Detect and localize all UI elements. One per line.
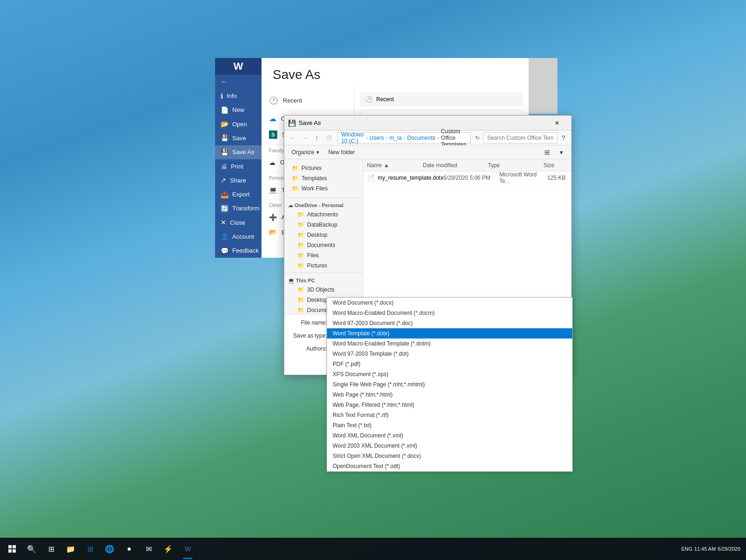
dropdown-label-rtf: Rich Text Format (*.rtf) bbox=[333, 412, 388, 418]
nav-files[interactable]: 📁 Files bbox=[284, 250, 363, 260]
taskbar-mail[interactable]: ✉ bbox=[139, 539, 158, 559]
dropdown-item-pdf[interactable]: PDF (*.pdf) bbox=[327, 359, 572, 369]
sidebar-item-info[interactable]: ℹ Info bbox=[215, 89, 262, 103]
new-folder-button[interactable]: New folder bbox=[325, 148, 359, 157]
sidebar-item-account[interactable]: 👤 Account bbox=[215, 229, 262, 243]
forward-button[interactable]: → bbox=[298, 131, 310, 144]
dropdown-item-htm[interactable]: Web Page (*.htm;*.html) bbox=[327, 390, 572, 400]
recent-section-header: 🕐 Recent bbox=[360, 92, 523, 106]
taskbar-windows-store[interactable]: ⊞ bbox=[81, 539, 99, 559]
organize-button[interactable]: Organize ▾ bbox=[288, 148, 323, 157]
dialog-content: 📁 Pictures 📁 Templates 📁 Work Files ☁ On… bbox=[284, 159, 571, 314]
dropdown-item-dotx[interactable]: Word Template (*.dotx) bbox=[327, 328, 572, 339]
nav-documents-od[interactable]: 📁 Documents bbox=[284, 240, 363, 250]
sidebar-item-close[interactable]: ✕ Close bbox=[215, 215, 262, 229]
sidebar-item-back[interactable]: ← bbox=[215, 75, 262, 89]
dropdown-item-docm[interactable]: Word Macro-Enabled Document (*.docm) bbox=[327, 308, 572, 318]
back-icon: ← bbox=[221, 78, 227, 85]
col-name[interactable]: Name ▲ bbox=[363, 162, 423, 169]
nav-desktop-od[interactable]: 📁 Desktop bbox=[284, 230, 363, 240]
taskbar-file-explorer[interactable]: 📁 bbox=[61, 539, 80, 559]
col-size[interactable]: Size bbox=[543, 162, 571, 169]
search-input[interactable] bbox=[483, 132, 557, 143]
sidebar-item-print[interactable]: 🖨 Print bbox=[215, 159, 262, 173]
dropdown-item-docx-strict[interactable]: Strict Open XML Document (*.docx) bbox=[327, 451, 572, 461]
sidebar-item-new[interactable]: 📄 New bbox=[215, 103, 262, 117]
onedrive-icon: ☁ bbox=[269, 114, 276, 123]
dropdown-item-mhtml[interactable]: Single File Web Page (*.mht;*.mhtml) bbox=[327, 379, 572, 390]
nav-pictures-od-label: Pictures bbox=[307, 262, 327, 269]
dialog-title: Save As bbox=[299, 119, 546, 126]
taskbar-word[interactable]: W bbox=[178, 539, 197, 559]
dropdown-item-rtf[interactable]: Rich Text Format (*.rtf) bbox=[327, 410, 572, 420]
taskbar-search[interactable]: 🔍 bbox=[22, 539, 41, 559]
taskbar-icons: 🔍 ⊞ 📁 ⊞ 🌐 ● ✉ ⚡ W bbox=[22, 539, 681, 559]
dropdown-label-htm-filtered: Web Page, Filtered (*.htm;*.html) bbox=[333, 402, 414, 408]
up-button[interactable]: ↑ bbox=[311, 131, 323, 144]
sidebar-item-open[interactable]: 📂 Open bbox=[215, 117, 262, 131]
sidebar-item-transform[interactable]: 🔄 Transform bbox=[215, 202, 262, 215]
taskbar-powershell[interactable]: ⚡ bbox=[159, 539, 177, 559]
open-label: Open bbox=[232, 121, 247, 128]
nav-pictures-od[interactable]: 📁 Pictures bbox=[284, 260, 363, 271]
info-icon: ℹ bbox=[221, 92, 223, 100]
nav-pictures[interactable]: 📁 Pictures bbox=[284, 163, 363, 173]
dropdown-item-xps[interactable]: XPS Document (*.xps) bbox=[327, 369, 572, 379]
dropdown-item-odt[interactable]: OpenDocument Text (*.odt) bbox=[327, 461, 572, 471]
saveas-recent-item[interactable]: 🕐 Recent bbox=[262, 92, 354, 109]
nav-files-label: Files bbox=[307, 252, 319, 259]
nav-3d-objects[interactable]: 📁 3D Objects bbox=[284, 285, 363, 295]
dropdown-label-dotm: Word Macro-Enabled Template (*.dotm) bbox=[333, 340, 431, 347]
dropdown-item-xml[interactable]: Word XML Document (*.xml) bbox=[327, 430, 572, 441]
taskbar-chrome[interactable]: ● bbox=[120, 539, 138, 559]
new-icon: 📄 bbox=[221, 106, 229, 114]
sidebar-item-feedback[interactable]: 💬 Feedback bbox=[215, 244, 262, 258]
view-button[interactable]: ⊞ bbox=[541, 146, 554, 159]
recent-button[interactable]: 🕐 bbox=[323, 131, 335, 144]
organize-label: Organize bbox=[292, 149, 314, 156]
dropdown-label-htm: Web Page (*.htm;*.html) bbox=[333, 391, 393, 398]
view-icons: ⊞ ▾ bbox=[541, 146, 568, 159]
folder-icon-attachments: 📁 bbox=[297, 211, 304, 218]
saveas-recent-section: 🕐 Recent bbox=[262, 91, 354, 111]
taskbar-edge[interactable]: 🌐 bbox=[100, 539, 119, 559]
start-button[interactable] bbox=[2, 539, 22, 559]
nav-documents-od-label: Documents bbox=[307, 242, 335, 248]
feedback-label: Feedback bbox=[232, 247, 259, 254]
question-button[interactable]: ? bbox=[557, 131, 569, 144]
dropdown-item-dot[interactable]: Word 97-2003 Template (*.dot) bbox=[327, 349, 572, 359]
dropdown-label-xml: Word XML Document (*.xml) bbox=[333, 432, 403, 439]
nav-databackup[interactable]: 📁 DataBackup bbox=[284, 220, 363, 230]
dropdown-item-txt[interactable]: Plain Text (*.txt) bbox=[327, 420, 572, 430]
sidebar-item-saveas[interactable]: 💾 Save As bbox=[215, 145, 262, 159]
back-button[interactable]: ← bbox=[286, 131, 298, 144]
dialog-close-button[interactable]: ✕ bbox=[546, 116, 568, 130]
dropdown-item-doc[interactable]: Word 97-2003 Document (*.doc) bbox=[327, 318, 572, 328]
nav-attachments[interactable]: 📁 Attachments bbox=[284, 209, 363, 220]
folder-icon-templates: 📁 bbox=[292, 175, 299, 182]
dropdown-label-docm: Word Macro-Enabled Document (*.docm) bbox=[333, 310, 435, 316]
dropdown-item-xml2003[interactable]: Word 2003 XML Document (*.xml) bbox=[327, 441, 572, 451]
dropdown-item-docx[interactable]: Word Document (*.docx) bbox=[327, 298, 572, 308]
refresh-button[interactable]: ↻ bbox=[472, 132, 483, 143]
breadcrumb-sep-4: › bbox=[437, 135, 439, 141]
taskbar-task-view[interactable]: ⊞ bbox=[42, 539, 60, 559]
nav-workfiles[interactable]: 📁 Work Files bbox=[284, 183, 363, 194]
dropdown-item-dotm[interactable]: Word Macro-Enabled Template (*.dotm) bbox=[327, 339, 572, 349]
breadcrumb-part-4: Documents bbox=[407, 135, 436, 141]
sidebar-item-export[interactable]: 📤 Export bbox=[215, 187, 262, 201]
table-row[interactable]: 📄 my_resume_template.dotx 6/29/2020 5:06… bbox=[363, 171, 571, 184]
col-type-label: Type bbox=[488, 162, 500, 169]
folder-icon-databackup: 📁 bbox=[297, 221, 304, 228]
nav-templates[interactable]: 📁 Templates bbox=[284, 173, 363, 183]
breadcrumb[interactable]: Windows 10 (C:) › Users › m_la › Documen… bbox=[337, 132, 471, 143]
sidebar-item-share[interactable]: ↗ Share bbox=[215, 173, 262, 187]
dropdown-item-htm-filtered[interactable]: Web Page, Filtered (*.htm;*.html) bbox=[327, 400, 572, 410]
sidebar-item-save[interactable]: 💾 Save bbox=[215, 131, 262, 145]
taskbar-right: ENG 11:45 AM 6/29/2020 bbox=[681, 546, 744, 552]
view-dropdown-button[interactable]: ▾ bbox=[555, 146, 568, 159]
nav-separator-2 bbox=[284, 273, 363, 273]
dropdown-label-docx-strict: Strict Open XML Document (*.docx) bbox=[333, 453, 421, 459]
col-type[interactable]: Type bbox=[488, 162, 543, 169]
col-date[interactable]: Date modified bbox=[423, 162, 488, 169]
